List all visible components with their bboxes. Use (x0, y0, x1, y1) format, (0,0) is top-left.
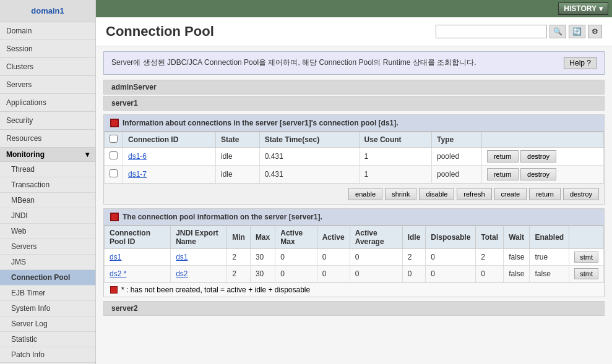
connections-section-header: Information about connections in the ser… (104, 115, 604, 132)
sidebar-sub-web[interactable]: Web (0, 224, 95, 239)
idle-cell: 2 (402, 249, 426, 266)
max-cell: 30 (250, 249, 275, 266)
return-button-row0[interactable]: return (487, 150, 519, 163)
col-type: Type (432, 132, 482, 148)
enabled-cell: true (530, 249, 569, 266)
idle-cell: 0 (402, 266, 426, 282)
enabled-cell: false (530, 266, 569, 282)
sidebar-sub-jms[interactable]: JMS (0, 255, 95, 270)
select-all-checkbox[interactable] (110, 135, 118, 143)
sidebar-sub-connection-pool[interactable]: Connection Pool (0, 270, 95, 286)
active-avg-cell: 0 (350, 249, 402, 266)
min-cell: 2 (227, 249, 251, 266)
col-active-avg: Active Average (350, 226, 402, 249)
table-row: ds1-6 idle 0.431 1 pooled return destroy (105, 148, 604, 166)
col-total: Total (476, 226, 504, 249)
jndi-cell: ds1 (171, 249, 227, 266)
pool-section: The connection pool information on the s… (103, 208, 605, 297)
col-state: State (215, 132, 259, 148)
stmt-cell: stmt (569, 249, 604, 266)
pool-id-link[interactable]: ds2 * (110, 269, 126, 278)
shrink-button[interactable]: shrink (385, 188, 416, 200)
connections-table: Connection ID State State Time(sec) Use … (104, 132, 604, 184)
main-area: HISTORY ▾ Connection Pool 🔍 🔄 ⚙ (96, 0, 612, 364)
sidebar-sub-mbean[interactable]: MBean (0, 193, 95, 208)
col-max: Max (250, 226, 275, 249)
sidebar-sub-thread[interactable]: Thread (0, 162, 95, 177)
sidebar-sub-system-info[interactable]: System Info (0, 301, 95, 316)
stmt-button-1[interactable]: stmt (574, 268, 598, 279)
sidebar-item-monitoring[interactable]: Monitoring ▾ (0, 148, 95, 162)
destroy-button-row0[interactable]: destroy (520, 150, 556, 163)
search-bar: 🔍 🔄 ⚙ (436, 25, 602, 38)
destroy-button[interactable]: destroy (563, 188, 599, 200)
col-active-max: Active Max (275, 226, 317, 249)
sidebar: domain1 Domain Session Clusters Servers … (0, 0, 96, 364)
sidebar-item-domain[interactable]: Domain (0, 22, 95, 40)
connections-action-row: enable shrink disable refresh create ret… (104, 184, 604, 204)
use-count-cell: 1 (359, 166, 431, 184)
col-connection-id: Connection ID (123, 132, 216, 148)
col-checkbox (105, 132, 123, 148)
connections-section-icon (110, 119, 119, 127)
state-time-cell: 0.431 (259, 166, 359, 184)
create-button[interactable]: create (494, 188, 527, 200)
sidebar-sub-servers[interactable]: Servers (0, 239, 95, 255)
sidebar-sub-transaction[interactable]: Transaction (0, 177, 95, 193)
search-button[interactable]: 🔍 (550, 25, 566, 38)
sidebar-item-session[interactable]: Session (0, 40, 95, 58)
row-checkbox-cell (105, 148, 123, 166)
connections-section-title: Information about connections in the ser… (123, 119, 399, 127)
col-enabled: Enabled (530, 226, 569, 249)
active-cell: 0 (317, 266, 350, 282)
row-checkbox[interactable] (110, 169, 118, 177)
sidebar-sub-jndi[interactable]: JNDI (0, 208, 95, 224)
row-action-cell: return destroy (481, 148, 603, 166)
help-button[interactable]: Help ? (564, 57, 597, 69)
row-checkbox[interactable] (110, 151, 118, 159)
connection-id-link[interactable]: ds1-6 (128, 152, 147, 161)
sidebar-item-security[interactable]: Security (0, 112, 95, 130)
sidebar-sub-patch-info[interactable]: Patch Info (0, 347, 95, 363)
note-row: * : has not been created, total = active… (104, 282, 604, 297)
refresh-button[interactable]: refresh (457, 188, 491, 200)
sidebar-sub-server-log[interactable]: Server Log (0, 316, 95, 332)
max-cell: 30 (250, 266, 275, 282)
destroy-button-row1[interactable]: destroy (520, 168, 556, 180)
sidebar-item-resources[interactable]: Resources (0, 130, 95, 148)
jndi-link[interactable]: ds2 (176, 269, 187, 278)
note-text: * : has not been created, total = active… (121, 286, 310, 294)
stmt-cell: stmt (569, 266, 604, 282)
connections-section: Information about connections in the ser… (103, 114, 605, 205)
active-max-cell: 0 (275, 266, 317, 282)
settings-icon-button[interactable]: ⚙ (588, 25, 602, 38)
active-max-cell: 0 (275, 249, 317, 266)
return-button-row1[interactable]: return (487, 168, 519, 180)
col-min: Min (227, 226, 251, 249)
col-state-time: State Time(sec) (259, 132, 359, 148)
sidebar-item-servers[interactable]: Servers (0, 76, 95, 94)
disable-button[interactable]: disable (419, 188, 454, 200)
domain-title[interactable]: domain1 (0, 0, 95, 22)
stmt-button-0[interactable]: stmt (574, 252, 598, 263)
table-row: ds1 ds1 2 30 0 0 0 2 0 2 false true stmt (105, 249, 604, 266)
pool-id-link[interactable]: ds1 (110, 253, 121, 261)
monitoring-arrow-icon: ▾ (85, 150, 89, 159)
type-cell: pooled (432, 166, 482, 184)
sidebar-sub-ejb-timer[interactable]: EJB Timer (0, 286, 95, 301)
pool-section-title: The connection pool information on the s… (123, 213, 322, 221)
refresh-icon-button[interactable]: 🔄 (569, 25, 585, 38)
sidebar-sub-statistic[interactable]: Statistic (0, 332, 95, 347)
connection-id-link[interactable]: ds1-7 (128, 170, 147, 179)
type-cell: pooled (432, 148, 482, 166)
search-input[interactable] (436, 25, 547, 38)
page-title: Connection Pool (106, 23, 214, 40)
jndi-link[interactable]: ds1 (176, 253, 187, 261)
sidebar-item-clusters[interactable]: Clusters (0, 58, 95, 76)
search-icon: 🔍 (553, 27, 562, 36)
col-idle: Idle (402, 226, 426, 249)
sidebar-item-applications[interactable]: Applications (0, 94, 95, 112)
history-button[interactable]: HISTORY ▾ (558, 2, 608, 15)
enable-button[interactable]: enable (348, 188, 382, 200)
return-button[interactable]: return (529, 188, 561, 200)
